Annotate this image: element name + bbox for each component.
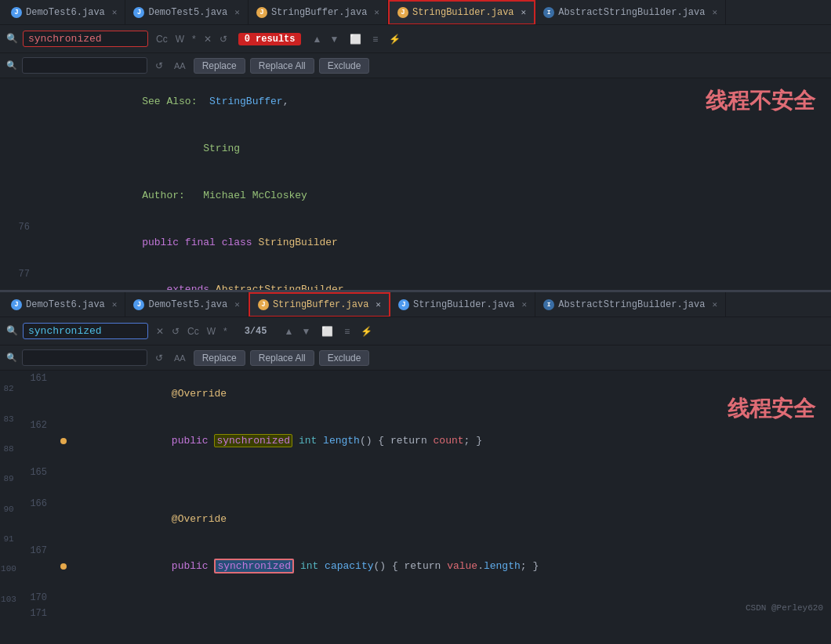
line-number: 167 bbox=[17, 543, 56, 590]
close-icon[interactable]: ✕ bbox=[234, 7, 240, 17]
nav-arrows-top: ▲ ▼ bbox=[309, 32, 342, 46]
close-icon[interactable]: ✕ bbox=[712, 299, 717, 309]
close-icon[interactable]: ✕ bbox=[522, 299, 528, 309]
search-magnifier-icon: 🔍 bbox=[6, 33, 18, 45]
tab-label: DemoTest6.java bbox=[26, 299, 105, 310]
next-result-top[interactable]: ▼ bbox=[326, 32, 342, 46]
whole-word-btn-bottom[interactable]: W bbox=[204, 324, 219, 338]
replace-icon-bottom: 🔍 bbox=[6, 353, 17, 363]
match-case-btn-top[interactable]: Cc bbox=[153, 32, 171, 46]
tab-demotest5-top[interactable]: J DemoTest5.java ✕ bbox=[125, 0, 248, 25]
close-search-bottom[interactable]: ✕ bbox=[153, 324, 167, 338]
current-search-highlight: synchronized bbox=[214, 559, 294, 573]
aa-btn-bottom[interactable]: AA bbox=[171, 352, 189, 364]
tab-label: DemoTest6.java bbox=[26, 7, 105, 18]
regex-btn-bottom[interactable]: * bbox=[220, 324, 230, 338]
label-thread-safe: 线程安全 bbox=[728, 394, 815, 424]
tab-label: StringBuffer.java bbox=[271, 7, 367, 18]
filter-btn-top[interactable]: ≡ bbox=[369, 32, 381, 46]
line-number: 161 bbox=[17, 371, 56, 418]
side-numbers: 82 83 88 89 90 91 100 103 bbox=[0, 371, 17, 617]
replace-search-icon: 🔍 bbox=[6, 60, 17, 71]
undo-replace-btn[interactable]: ↺ bbox=[152, 59, 166, 73]
tab-label: StringBuilder.java bbox=[412, 7, 514, 18]
replace-input-wrap-top bbox=[22, 57, 147, 74]
java-icon: J bbox=[11, 7, 22, 18]
tab-stringbuffer-bottom[interactable]: J StringBuffer.java ✕ bbox=[249, 292, 390, 317]
nav-arrows-bottom: ▲ ▼ bbox=[281, 324, 314, 338]
search-actions-top: Cc W * ✕ ↺ bbox=[153, 32, 230, 46]
gutter bbox=[39, 266, 53, 290]
bottom-panel: J DemoTest6.java ✕ J DemoTest5.java ✕ J … bbox=[0, 292, 831, 617]
code-line: 171 bbox=[17, 606, 831, 617]
line-content: String bbox=[53, 125, 831, 172]
code-area-top: See Also: StringBuffer, String Author: M… bbox=[0, 78, 831, 290]
undo-btn-top[interactable]: ↺ bbox=[216, 32, 230, 46]
close-search-top[interactable]: ✕ bbox=[201, 32, 215, 46]
gutter-indicator bbox=[60, 563, 67, 570]
tab-stringbuilder-top[interactable]: J StringBuilder.java ✕ bbox=[388, 0, 535, 25]
tab-stringbuilder-bottom[interactable]: J StringBuilder.java ✕ bbox=[390, 292, 535, 317]
search-bar-bottom: 🔍 ✕ ↺ Cc W * 3/45 ▲ ▼ ⬜ ≡ ⚡ bbox=[0, 317, 831, 346]
replace-all-btn-top[interactable]: Replace All bbox=[250, 58, 314, 74]
gutter bbox=[56, 371, 71, 418]
tab-abstractstringbuilder-top[interactable]: I AbstractStringBuilder.java ✕ bbox=[535, 0, 726, 25]
tab-demotest6-top[interactable]: J DemoTest6.java ✕ bbox=[3, 0, 125, 25]
line-content bbox=[71, 606, 831, 617]
tab-demotest5-bottom[interactable]: J DemoTest5.java ✕ bbox=[125, 292, 248, 317]
code-area-bottom: 82 83 88 89 90 91 100 103 161 @Override bbox=[0, 371, 831, 617]
replace-bar-top: 🔍 ↺ AA Replace Replace All Exclude bbox=[0, 53, 831, 78]
close-icon[interactable]: ✕ bbox=[374, 7, 379, 17]
line-number: 166 bbox=[17, 496, 56, 543]
filter-btn-bottom[interactable]: ≡ bbox=[341, 324, 353, 338]
tab-stringbuffer-top[interactable]: J StringBuffer.java ✕ bbox=[249, 0, 388, 25]
gutter bbox=[56, 543, 71, 590]
line-content: public synchronized int length() { retur… bbox=[71, 418, 831, 465]
search-magnifier-icon-bottom: 🔍 bbox=[6, 325, 18, 337]
tab-abstractstringbuilder-bottom[interactable]: I AbstractStringBuilder.java ✕ bbox=[535, 292, 726, 317]
tab-label: StringBuffer.java bbox=[273, 299, 368, 310]
replace-input-top[interactable] bbox=[27, 60, 129, 71]
prev-result-top[interactable]: ▲ bbox=[309, 32, 325, 46]
aa-btn[interactable]: AA bbox=[171, 60, 189, 72]
close-icon[interactable]: ✕ bbox=[112, 7, 118, 17]
funnel-btn-bottom[interactable]: ⚡ bbox=[357, 324, 376, 338]
search-input-wrap-bottom bbox=[23, 323, 148, 339]
search-input-top[interactable] bbox=[28, 33, 130, 45]
code-line: 76 public final class StringBuilder bbox=[0, 219, 831, 266]
replace-btn-top[interactable]: Replace bbox=[194, 58, 245, 74]
funnel-btn-top[interactable]: ⚡ bbox=[386, 32, 404, 46]
next-result-bottom[interactable]: ▼ bbox=[298, 324, 314, 338]
whole-word-btn-top[interactable]: W bbox=[172, 32, 187, 46]
exclude-btn-top[interactable]: Exclude bbox=[319, 58, 370, 74]
search-input-bottom[interactable] bbox=[28, 325, 130, 337]
line-number bbox=[0, 172, 39, 219]
line-number bbox=[0, 78, 39, 125]
line-number: 165 bbox=[17, 465, 56, 480]
java-icon: J bbox=[256, 7, 267, 18]
close-icon[interactable]: ✕ bbox=[112, 299, 118, 309]
code-line: String bbox=[0, 125, 831, 172]
line-number bbox=[0, 125, 39, 172]
close-icon[interactable]: ✕ bbox=[521, 7, 527, 17]
replace-btn-bottom[interactable]: Replace bbox=[194, 350, 245, 366]
tab-demotest6-bottom[interactable]: J DemoTest6.java ✕ bbox=[3, 292, 125, 317]
gutter bbox=[39, 172, 53, 219]
multiline-btn-top[interactable]: ⬜ bbox=[347, 32, 365, 46]
match-case-btn-bottom[interactable]: Cc bbox=[184, 324, 202, 338]
line-number bbox=[17, 480, 56, 496]
replace-all-btn-bottom[interactable]: Replace All bbox=[250, 350, 314, 366]
replace-input-bottom[interactable] bbox=[27, 352, 129, 364]
close-icon[interactable]: ✕ bbox=[376, 299, 381, 309]
exclude-btn-bottom[interactable]: Exclude bbox=[319, 350, 370, 366]
prev-result-bottom[interactable]: ▲ bbox=[281, 324, 296, 338]
close-icon[interactable]: ✕ bbox=[712, 7, 717, 17]
close-icon[interactable]: ✕ bbox=[234, 299, 240, 309]
gutter bbox=[39, 78, 53, 125]
undo-btn-bottom[interactable]: ↺ bbox=[169, 324, 183, 338]
undo-replace-bottom[interactable]: ↺ bbox=[152, 351, 166, 365]
regex-btn-top[interactable]: * bbox=[189, 32, 199, 46]
java-icon: I bbox=[543, 299, 554, 310]
gutter bbox=[56, 606, 71, 617]
multiline-btn-bottom[interactable]: ⬜ bbox=[318, 324, 336, 338]
